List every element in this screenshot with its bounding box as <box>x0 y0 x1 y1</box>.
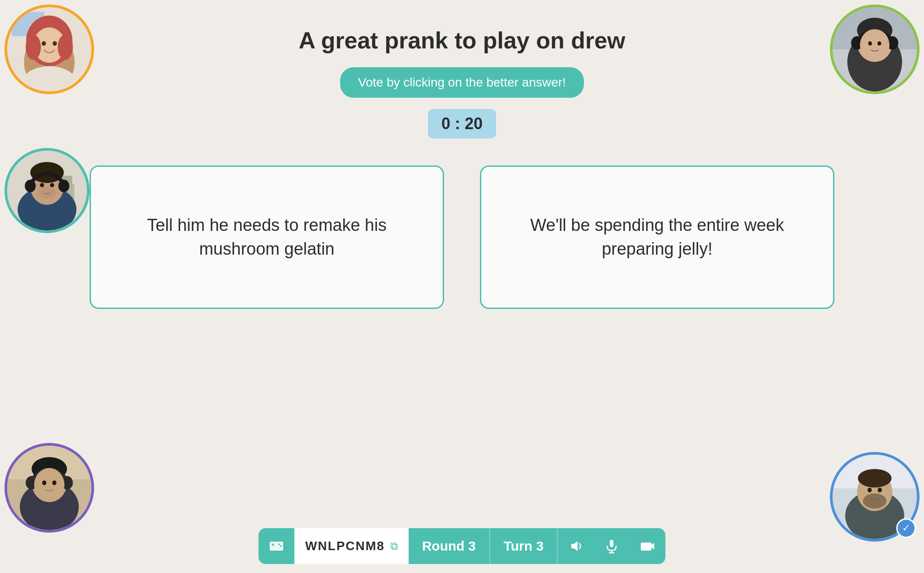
camera-icon <box>639 538 656 554</box>
avatar-top-left <box>4 4 94 94</box>
mic-button[interactable] <box>594 528 630 564</box>
round-label: Round 3 <box>422 538 476 554</box>
game-code-text: WNLPCNM8 <box>305 539 385 553</box>
avatar-mid-left-image <box>7 151 87 230</box>
svg-point-11 <box>58 35 73 60</box>
answer-card-1[interactable]: Tell him he needs to remake his mushroom… <box>90 165 444 309</box>
avatar-bottom-left-image <box>7 446 91 530</box>
toolbar-code-area: WNLPCNM8 ⧉ <box>294 528 409 564</box>
answer-card-2[interactable]: We'll be spending the entire week prepar… <box>480 165 834 309</box>
avatar-top-right <box>830 4 920 94</box>
svg-rect-62 <box>641 543 652 551</box>
svg-point-9 <box>53 41 57 46</box>
svg-point-43 <box>42 481 46 485</box>
svg-point-51 <box>868 488 872 492</box>
svg-point-34 <box>58 180 69 192</box>
timer-display: 0 : 20 <box>428 109 496 139</box>
answer-text-2: We'll be spending the entire week prepar… <box>504 213 811 261</box>
svg-point-10 <box>26 35 41 60</box>
svg-point-22 <box>877 41 881 45</box>
avatar-bottom-right: ✓ <box>830 452 920 542</box>
svg-point-33 <box>25 180 35 192</box>
svg-point-50 <box>863 493 887 508</box>
svg-point-31 <box>50 183 54 187</box>
check-badge: ✓ <box>896 518 916 538</box>
main-content: A great prank to play on drew Vote by cl… <box>0 0 924 309</box>
svg-point-42 <box>34 468 65 502</box>
avatar-mid-left <box>4 148 90 233</box>
svg-marker-58 <box>571 541 578 551</box>
game-icon-button[interactable] <box>259 528 294 564</box>
svg-point-30 <box>40 183 44 187</box>
timer-text: 0 : 20 <box>441 114 483 133</box>
camera-button[interactable] <box>630 528 665 564</box>
svg-point-8 <box>42 41 46 46</box>
svg-marker-63 <box>652 543 654 549</box>
svg-point-49 <box>858 469 891 487</box>
svg-point-21 <box>868 41 872 45</box>
mic-icon <box>604 538 620 554</box>
answers-row: Tell him he needs to remake his mushroom… <box>0 165 924 309</box>
volume-button[interactable] <box>558 528 594 564</box>
toolbar: WNLPCNM8 ⧉ Round 3 Turn 3 <box>259 528 665 564</box>
avatar-top-right-image <box>833 7 917 91</box>
svg-rect-55 <box>272 543 273 546</box>
svg-point-32 <box>38 187 56 199</box>
volume-icon <box>568 538 584 554</box>
game-icon <box>268 538 285 554</box>
svg-point-56 <box>278 543 280 545</box>
toolbar-turn: Turn 3 <box>490 528 558 564</box>
svg-point-44 <box>52 481 56 485</box>
svg-rect-59 <box>610 540 613 547</box>
answer-text-1: Tell him he needs to remake his mushroom… <box>113 213 420 261</box>
avatar-bottom-left <box>4 443 94 533</box>
turn-label: Turn 3 <box>504 538 544 554</box>
vote-button[interactable]: Vote by clicking on the better answer! <box>340 67 584 98</box>
svg-point-20 <box>860 29 889 61</box>
copy-icon[interactable]: ⧉ <box>390 540 398 552</box>
svg-point-57 <box>280 545 282 547</box>
svg-point-52 <box>878 488 882 492</box>
toolbar-round: Round 3 <box>409 528 490 564</box>
question-title: A great prank to play on drew <box>298 27 625 54</box>
avatar-top-left-image <box>7 7 91 91</box>
